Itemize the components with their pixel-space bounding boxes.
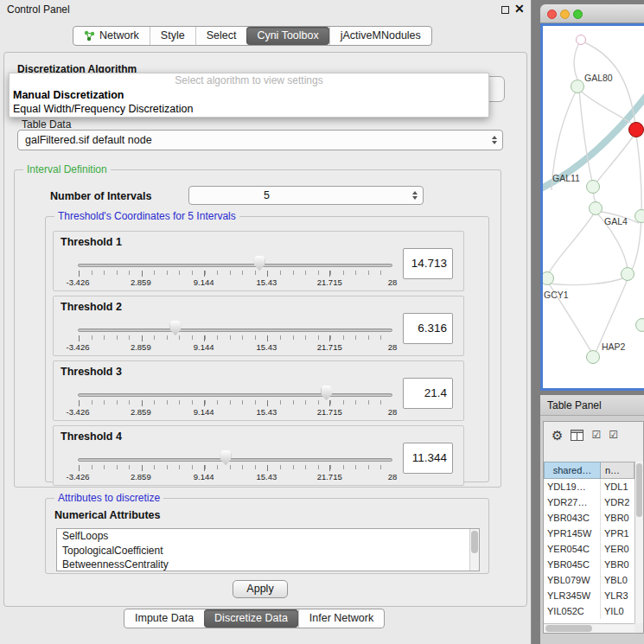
table-data-select[interactable]: galFiltered.sif default node [17,130,503,150]
tab-infer-network[interactable]: Infer Network [298,609,384,628]
vertical-scrollbar[interactable] [634,462,643,623]
tab-style[interactable]: Style [150,27,195,45]
scrollbar-thumb[interactable] [636,463,642,517]
network-view-window: GAL80 GAL11 GAL4 GCY1 HAP2 [540,4,644,391]
algorithm-dropdown: Select algorithm to view settings Manual… [9,73,489,118]
tab-label: Network [99,27,139,45]
table-panel-title: Table Panel [547,395,602,416]
columns-icon[interactable] [571,430,583,441]
table-row[interactable]: YDL19…YDL1 [544,479,634,494]
control-panel-window: Control Panel ✕ Network Style Select Cyn… [0,0,532,644]
numerical-attributes-label: Numerical Attributes [54,509,160,521]
thresholds-group-legend: Threshold's Coordinates for 5 Intervals [54,210,239,222]
number-of-intervals-select[interactable]: 5 [188,186,424,205]
gear-icon[interactable]: ⚙ [552,429,563,442]
table-row[interactable]: YBL079WYBL0 [544,572,634,588]
threshold-slider[interactable]: -3.426 2.859 9.144 15.43 21.715 28 [78,319,392,355]
number-of-intervals-label: Number of Intervals [50,190,151,202]
table-row[interactable]: YER054CYER0 [544,541,634,557]
zoom-traffic-light[interactable] [573,10,583,19]
threshold-slider[interactable]: -3.426 2.859 9.144 15.43 21.715 28 [78,384,392,420]
node-label: HAP2 [602,341,625,352]
thresholds-group: Threshold's Coordinates for 5 Intervals … [45,216,489,482]
table-panel-titlebar: Table Panel [540,395,644,416]
network-canvas[interactable]: GAL80 GAL11 GAL4 GCY1 HAP2 [543,26,644,388]
desktop: Control Panel ✕ Network Style Select Cyn… [0,0,644,644]
table-data-value: galFiltered.sif default node [25,131,152,150]
dropdown-option-equal-width[interactable]: Equal Width/Frequency Discretization [10,102,488,116]
slider-track [78,328,392,332]
node-label: GAL4 [604,216,628,226]
threshold-label: Threshold 2 [61,301,122,313]
minimize-traffic-light[interactable] [560,10,570,19]
column-header-name[interactable]: n… [601,462,634,479]
network-node[interactable] [589,201,603,215]
slider-thumb[interactable] [254,256,265,271]
table-row[interactable]: YPR145WYPR1 [544,526,634,541]
network-node-selected[interactable] [628,122,644,137]
threshold-label: Threshold 3 [61,366,122,378]
network-node[interactable] [621,267,634,281]
network-node[interactable] [586,180,600,194]
list-item[interactable]: BetweennessCentrality [57,558,479,571]
close-icon[interactable]: ✕ [514,2,525,16]
threshold-slider[interactable]: -3.426 2.859 9.144 15.43 21.715 28 [78,449,392,485]
threshold-slider[interactable]: -3.426 2.859 9.144 15.43 21.715 28 [78,254,392,290]
list-item[interactable]: SelfLoops [57,529,479,544]
tab-impute-data[interactable]: Impute Data [124,609,204,628]
threshold-panel-2: Threshold 2 -3.426 2.859 9.144 15.43 21.… [53,296,464,356]
table-panel: Table Panel ⚙ ☑ ☑ shared… n… YDL19…YDL1 … [540,395,644,644]
threshold-panel-1: Threshold 1 -3.426 2.859 9.144 15.43 21.… [53,231,464,291]
threshold-label: Threshold 1 [61,236,122,248]
threshold-value-input[interactable]: 21.4 [403,378,453,409]
slider-track [78,393,392,397]
attributes-group: Attributes to discretize Numerical Attri… [45,498,489,574]
threshold-value-input[interactable]: 14.713 [403,248,453,279]
slider-thumb[interactable] [321,386,332,401]
tab-cyni-toolbox[interactable]: Cyni Toolbox [246,27,328,45]
network-node[interactable] [634,209,644,223]
table-row[interactable]: YBR045CYBR0 [544,557,634,572]
network-node[interactable] [635,318,644,332]
tab-discretize-data[interactable]: Discretize Data [204,609,298,628]
checkbox-icon[interactable]: ☑ [609,430,618,440]
horizontal-scrollbar[interactable] [544,623,634,633]
table-header: shared… n… [544,462,634,479]
table-row[interactable]: YDR27…YDR2 [544,494,634,510]
stepper-icon [412,188,418,202]
window-title: Control Panel [7,3,70,16]
attributes-group-legend: Attributes to discretize [54,492,163,504]
slider-thumb[interactable] [220,450,232,466]
tab-jactivemnodules[interactable]: jActiveMNodules [329,27,431,45]
table-toolbar: ⚙ ☑ ☑ [544,422,643,448]
network-node[interactable] [586,350,600,364]
table-row[interactable]: YLR345WYLR3 [544,588,634,603]
bottom-tab-bar: Impute Data Discretize Data Infer Networ… [124,609,385,628]
close-traffic-light[interactable] [547,10,557,19]
network-icon [84,30,95,41]
network-node[interactable] [571,80,584,93]
interval-definition-legend: Interval Definition [23,163,111,175]
tab-network[interactable]: Network [73,27,150,45]
network-node[interactable] [576,35,586,45]
list-scrollbar[interactable] [469,529,479,571]
dropdown-option-manual[interactable]: Manual Discretization [10,88,488,102]
top-tab-bar: Network Style Select Cyni Toolbox jActiv… [73,26,432,46]
slider-track [78,264,392,267]
table-row[interactable]: YBR043CYBR0 [544,510,634,526]
scrollbar-thumb[interactable] [545,625,592,632]
threshold-label: Threshold 4 [61,430,122,443]
threshold-panel-4: Threshold 4 -3.426 2.859 9.144 15.43 21.… [53,425,464,486]
checkbox-icon[interactable]: ☑ [591,430,601,440]
attributes-list[interactable]: SelfLoops TopologicalCoefficient Between… [56,528,480,571]
list-item[interactable]: TopologicalCoefficient [57,544,479,558]
threshold-panel-3: Threshold 3 -3.426 2.859 9.144 15.43 21.… [53,360,464,421]
threshold-value-input[interactable]: 11.344 [403,443,453,474]
tab-select[interactable]: Select [195,27,247,45]
threshold-value-input[interactable]: 6.316 [403,313,453,344]
apply-button[interactable]: Apply [233,580,288,598]
table-row[interactable]: YIL052CYIL0 [544,603,634,619]
float-window-icon[interactable] [501,6,509,14]
slider-thumb[interactable] [169,321,181,336]
column-header-shared-name[interactable]: shared… [544,462,601,479]
